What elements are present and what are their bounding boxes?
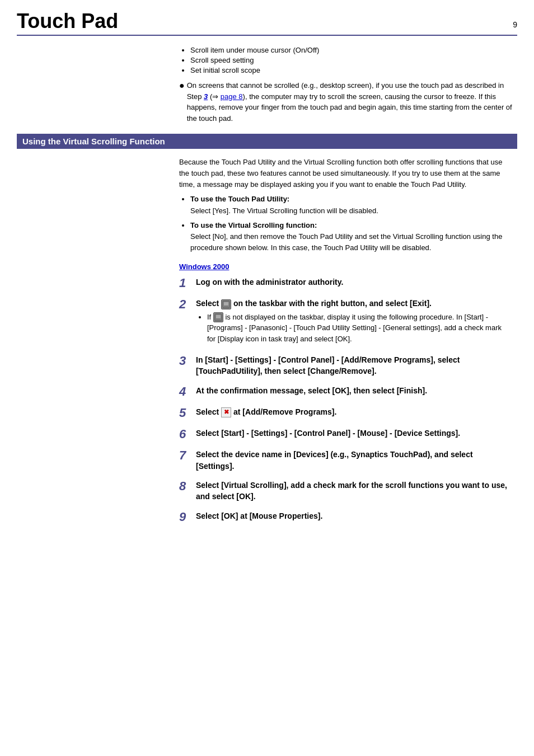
step-7: 7 Select the device name in [Devices] (e… (179, 449, 512, 472)
step-7-content: Select the device name in [Devices] (e.g… (196, 449, 512, 472)
section-content: Because the Touch Pad Utility and the Vi… (179, 157, 512, 253)
step-9-number: 9 (179, 510, 196, 524)
option1: To use the Touch Pad Utility: Select [Ye… (190, 194, 512, 216)
steps-container: 1 Log on with the administrator authorit… (179, 276, 512, 524)
intro-note: ● On screens that cannot be scrolled (e.… (179, 80, 517, 124)
option2-label: To use the Virtual Scrolling function: (190, 221, 317, 229)
step-2-subbullets: If is not displayed on the taskbar, disp… (196, 312, 512, 345)
step-5: 5 Select ✖ at [Add/Remove Programs]. (179, 406, 512, 420)
section-header: Using the Virtual Scrolling Function (17, 134, 517, 149)
page8-link[interactable]: page 8 (221, 92, 243, 101)
step-9-content: Select [OK] at [Mouse Properties]. (196, 510, 512, 522)
step-5-content: Select ✖ at [Add/Remove Programs]. (196, 406, 512, 417)
step-3-number: 3 (179, 354, 196, 368)
option2: To use the Virtual Scrolling function: S… (190, 220, 512, 253)
step-5-number: 5 (179, 406, 196, 420)
step-6-number: 6 (179, 428, 196, 441)
bullet-dot-icon: ● (179, 80, 185, 91)
step-8-content: Select [Virtual Scrolling], add a check … (196, 480, 512, 503)
option1-text: Select [Yes]. The Virtual Scrolling func… (190, 206, 378, 215)
windows-link-container: Windows 2000 (179, 262, 517, 271)
page-number: 9 (513, 20, 517, 31)
intro-bullets: Scroll item under mouse cursor (On/Off) … (179, 46, 517, 74)
step-4: 4 At the confirmation message, select [O… (179, 385, 512, 398)
section-options: To use the Touch Pad Utility: Select [Ye… (179, 194, 512, 253)
step-4-number: 4 (179, 385, 196, 398)
step3-link[interactable]: 3 (204, 92, 208, 101)
step-7-number: 7 (179, 449, 196, 462)
section-description: Because the Touch Pad Utility and the Vi… (179, 157, 512, 190)
page-title: Touch Pad (17, 11, 118, 31)
step-2-number: 2 (179, 298, 196, 311)
option2-text: Select [No], and then remove the Touch P… (190, 232, 502, 252)
bullet-item-3: Set initial scroll scope (190, 66, 517, 74)
windows-2000-link[interactable]: Windows 2000 (179, 262, 229, 271)
page-header: Touch Pad 9 (17, 11, 517, 36)
step-3-content: In [Start] - [Settings] - [Control Panel… (196, 354, 512, 377)
bullet-list: Scroll item under mouse cursor (On/Off) … (179, 46, 517, 74)
step-9: 9 Select [OK] at [Mouse Properties]. (179, 510, 512, 524)
option1-label: To use the Touch Pad Utility: (190, 195, 289, 203)
bullet-item-1: Scroll item under mouse cursor (On/Off) (190, 46, 517, 54)
step-4-content: At the confirmation message, select [OK]… (196, 385, 512, 396)
step-3: 3 In [Start] - [Settings] - [Control Pan… (179, 354, 512, 377)
step-1-content: Log on with the administrator authority. (196, 276, 512, 288)
bullet-item-2: Scroll speed setting (190, 56, 517, 64)
step-1: 1 Log on with the administrator authorit… (179, 276, 512, 290)
intro-note-text: On screens that cannot be scrolled (e.g.… (187, 80, 517, 124)
step-2: 2 Select on the taskbar with the right b… (179, 298, 512, 346)
step-1-number: 1 (179, 276, 196, 290)
page-container: Touch Pad 9 Scroll item under mouse curs… (0, 0, 534, 756)
step-2-sub-1: If is not displayed on the taskbar, disp… (207, 312, 512, 345)
step-8-number: 8 (179, 480, 196, 493)
touchpad-icon-2 (213, 312, 223, 322)
step-6-content: Select [Start] - [Settings] - [Control P… (196, 428, 512, 439)
step-8: 8 Select [Virtual Scrolling], add a chec… (179, 480, 512, 503)
x-icon: ✖ (221, 407, 231, 417)
touchpad-icon (221, 299, 231, 309)
section-title: Using the Virtual Scrolling Function (22, 137, 165, 146)
svg-rect-5 (216, 315, 221, 318)
step-2-content: Select on the taskbar with the right but… (196, 298, 512, 346)
svg-rect-1 (224, 302, 228, 306)
step-6: 6 Select [Start] - [Settings] - [Control… (179, 428, 512, 441)
